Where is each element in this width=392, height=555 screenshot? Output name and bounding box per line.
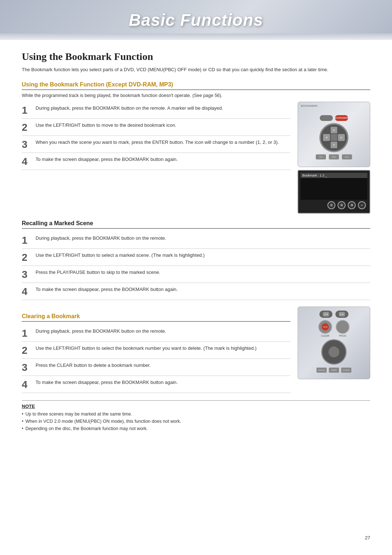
step-text: During playback, press the BOOKMARK butt… xyxy=(36,235,370,242)
page-wrapper: Basic Functions Using the Bookmark Funct… xyxy=(0,0,392,555)
bookmark-bar: Bookmark : 1 2 _ xyxy=(301,173,367,178)
step-number: 3 xyxy=(22,270,32,280)
step-row: 1 During playback, press the BOOKMARK bu… xyxy=(22,102,290,119)
step-number: 4 xyxy=(22,287,32,297)
bookmark-icon-3: ③ xyxy=(348,201,356,209)
remote-bookmark-label: BOOKMARK xyxy=(301,104,318,108)
step-row: 2 Use the LEFT/RIGHT button to select th… xyxy=(22,342,290,359)
step-number: 2 xyxy=(22,252,32,263)
step-text: Press the CLEAR button to delete a bookm… xyxy=(36,362,290,369)
step-number: 1 xyxy=(22,328,32,339)
step-text: To make the screen disappear, press the … xyxy=(36,379,290,386)
step-number: 2 xyxy=(22,345,32,356)
section1-image: BOOKMARK BOOKMARK ▲ ◄ xyxy=(298,102,370,214)
bookmark-screen: Bookmark : 1 2 _ ① ② ③ ≈ xyxy=(298,170,370,214)
note-item: When in VCD 2.0 mode (MENU(PBC) ON mode)… xyxy=(22,418,370,425)
remote2-center-inner xyxy=(328,347,339,357)
prog-label: PROG xyxy=(339,335,347,337)
page-title: Using the Bookmark Function xyxy=(22,51,370,62)
step-row: 1 During playback, press the BOOKMARK bu… xyxy=(22,232,370,249)
remote2-center xyxy=(321,339,347,365)
header-title: Basic Functions xyxy=(129,10,263,30)
section1-header: Using the Bookmark Function (Except DVD-… xyxy=(22,81,370,90)
step-row: 3 When you reach the scene you want to m… xyxy=(22,136,290,153)
section1-content: 1 During playback, press the BOOKMARK bu… xyxy=(22,102,370,214)
step-row: 4 To make the screen disappear, press th… xyxy=(22,283,370,300)
step-text: When you reach the scene you want to mar… xyxy=(36,139,290,146)
note-item: Depending on the disc, the Bookmark func… xyxy=(22,425,370,432)
step-number: 3 xyxy=(22,139,32,150)
note-section: NOTE Up to three scenes may be marked at… xyxy=(22,400,370,432)
step-text: During playback, press the BOOKMARK butt… xyxy=(36,328,290,335)
section1-steps: 1 During playback, press the BOOKMARK bu… xyxy=(22,102,290,214)
page-number: 27 xyxy=(365,535,370,540)
step-text: To make the screen disappear, press the … xyxy=(36,286,370,293)
step-number: 2 xyxy=(22,122,32,133)
remote2-top-row: ◄◄ ►► xyxy=(302,311,366,318)
step-number: 4 xyxy=(22,380,32,390)
bookmark-icon-2: ② xyxy=(338,201,346,209)
step-text: Use the LEFT/RIGHT button to move to the… xyxy=(36,122,290,129)
section3-steps: Clearing a Bookmark 1 During playback, p… xyxy=(22,307,290,393)
step-text: During playback, press the BOOKMARK butt… xyxy=(36,105,290,112)
step-row: 1 During playback, press the BOOKMARK bu… xyxy=(22,325,290,342)
step-text: Use the LEFT/RIGHT button to select the … xyxy=(36,345,290,352)
step-row: 2 Use the LEFT/RIGHT button to select a … xyxy=(22,249,370,266)
step-text: To make the screen disappear, press the … xyxy=(36,156,290,163)
section3-header: Clearing a Bookmark xyxy=(22,313,290,322)
content-area: Using the Bookmark Function The Bookmark… xyxy=(0,51,392,447)
section2-header: Recalling a Marked Scene xyxy=(22,220,370,229)
step-number: 1 xyxy=(22,235,32,246)
section1-sub: While the programmed track is being play… xyxy=(22,93,370,98)
step-row: 3 Press the CLEAR button to delete a boo… xyxy=(22,359,290,376)
step-row: 3 Press the PLAY/PAUSE button to skip to… xyxy=(22,266,370,283)
section3-image: ◄◄ ►► CLR CLEAR xyxy=(298,307,370,393)
remote-image-1: BOOKMARK BOOKMARK ▲ ◄ xyxy=(298,102,370,167)
clear-label: CLEAR xyxy=(321,335,329,337)
bookmark-icon-1: ① xyxy=(327,201,335,209)
header-banner: Basic Functions xyxy=(0,0,392,40)
page-intro: The Bookmark function lets you select pa… xyxy=(22,66,370,73)
step-number: 1 xyxy=(22,105,32,116)
step-number: 3 xyxy=(22,362,32,373)
bookmark-icons-row: ① ② ③ ≈ xyxy=(301,200,367,211)
step-row: 2 Use the LEFT/RIGHT button to move to t… xyxy=(22,119,290,136)
note-title: NOTE xyxy=(22,404,370,409)
step-row: 4 To make the screen disappear, press th… xyxy=(22,153,290,170)
step-text: Use the LEFT/RIGHT button to select a ma… xyxy=(36,252,370,259)
section3-content: Clearing a Bookmark 1 During playback, p… xyxy=(22,307,370,393)
bookmark-icon-4: ≈ xyxy=(358,201,366,209)
note-item: Up to three scenes may be marked at the … xyxy=(22,410,370,418)
step-number: 4 xyxy=(22,157,32,167)
step-row: 4 To make the screen disappear, press th… xyxy=(22,376,290,393)
remote-image-2: ◄◄ ►► CLR CLEAR xyxy=(298,307,370,379)
step-text: Press the PLAY/PAUSE button to skip to t… xyxy=(36,269,370,276)
